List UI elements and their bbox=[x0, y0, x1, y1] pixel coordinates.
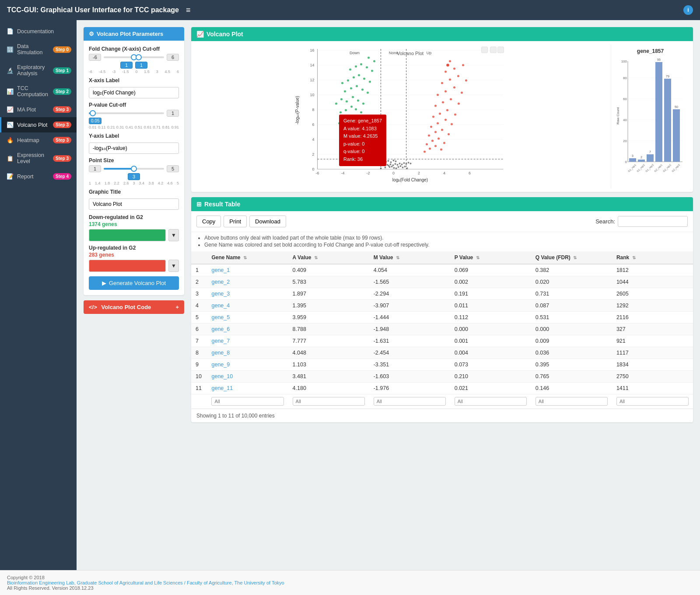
col-p-value[interactable]: P Value ⇅ bbox=[450, 251, 531, 264]
sidebar-item-tcc-computation[interactable]: 📊 TCC Computation Step 2 bbox=[0, 81, 77, 102]
point-size-range-row: 1 5 bbox=[89, 165, 179, 172]
point-size-slider[interactable] bbox=[104, 168, 164, 170]
svg-point-123 bbox=[368, 57, 370, 59]
filter-a-value[interactable] bbox=[293, 397, 365, 406]
app-footer: Copyright © 2018 Bioinformation Engineer… bbox=[0, 570, 700, 595]
bar-chart-container: gene_1857 0 20 40 60 80 bbox=[611, 45, 690, 188]
col-gene-name[interactable]: Gene Name ⇅ bbox=[207, 251, 288, 264]
point-size-min: 1 bbox=[89, 165, 101, 172]
svg-point-102 bbox=[352, 96, 354, 98]
down-color-dropdown[interactable]: ▼ bbox=[168, 229, 179, 241]
svg-point-51 bbox=[392, 164, 394, 166]
gene-link[interactable]: gene_3 bbox=[211, 291, 230, 297]
gene-link[interactable]: gene_2 bbox=[211, 279, 230, 285]
filter-gene-name[interactable] bbox=[211, 397, 284, 406]
volcano-svg-container[interactable]: 0 2 4 6 8 10 12 14 16 -6 -4 bbox=[195, 45, 611, 188]
y-axis-label-input[interactable] bbox=[89, 143, 179, 154]
down-regulated-label: Down-regulated in G2 bbox=[89, 214, 179, 220]
svg-point-113 bbox=[358, 74, 360, 77]
filter-rank[interactable] bbox=[616, 397, 689, 406]
svg-point-155 bbox=[465, 80, 467, 82]
code-section-header[interactable]: </> Volcano Plot Code + bbox=[84, 300, 184, 314]
gene-link[interactable]: gene_7 bbox=[211, 338, 230, 344]
content-area: ⚙ Volcano Plot Parameters Fold Change (X… bbox=[77, 20, 700, 570]
copy-button[interactable]: Copy bbox=[196, 216, 221, 227]
sidebar-label-ma-plot: MA Plot bbox=[17, 107, 49, 113]
gene-link[interactable]: gene_8 bbox=[211, 350, 230, 356]
info-icon[interactable]: i bbox=[683, 5, 693, 15]
app-title: TCC-GUI: Graphical User Interface for TC… bbox=[7, 6, 179, 14]
svg-point-59 bbox=[410, 163, 412, 164]
gene-link[interactable]: gene_9 bbox=[211, 362, 230, 368]
x-axis-label-input[interactable] bbox=[89, 87, 179, 98]
sidebar-label-tcc: TCC Computation bbox=[17, 85, 49, 97]
gene-link[interactable]: gene_10 bbox=[211, 373, 233, 379]
generate-volcano-button[interactable]: ▶ Generate Volcano Plot bbox=[89, 276, 179, 290]
fold-change-slider[interactable] bbox=[104, 56, 164, 58]
plus-icon: + bbox=[175, 304, 179, 310]
sidebar-item-volcano-plot[interactable]: 📉 Volcano Plot Step 3 bbox=[0, 117, 77, 132]
down-color-box[interactable] bbox=[89, 229, 166, 241]
svg-point-148 bbox=[437, 94, 439, 96]
gene-link[interactable]: gene_11 bbox=[211, 385, 233, 391]
svg-point-157 bbox=[453, 68, 455, 70]
print-button[interactable]: Print bbox=[224, 216, 247, 227]
svg-text:10: 10 bbox=[310, 93, 314, 97]
svg-point-43 bbox=[398, 166, 399, 168]
sidebar-label-exploratory: Exploratory Analysis bbox=[17, 64, 49, 77]
svg-rect-177 bbox=[629, 158, 636, 162]
svg-point-153 bbox=[449, 79, 451, 81]
sidebar-item-ma-plot[interactable]: 📈 MA Plot Step 3 bbox=[0, 102, 77, 117]
gene-link[interactable]: gene_1 bbox=[211, 267, 230, 273]
sidebar-item-data-simulation[interactable]: 🔢 Data Simulation Step 0 bbox=[0, 39, 77, 60]
volcano-plot-card: 📈 Volcano Plot bbox=[191, 27, 693, 192]
download-button[interactable]: Download bbox=[249, 216, 286, 227]
table-controls: Copy Print Download Search: bbox=[191, 211, 693, 232]
volcano-plot-body: 0 2 4 6 8 10 12 14 16 -6 -4 bbox=[191, 41, 693, 192]
sidebar-label-report: Report bbox=[17, 174, 49, 180]
col-num bbox=[191, 251, 207, 264]
p-value-slider[interactable] bbox=[89, 112, 164, 114]
svg-text:G1_rep1: G1_rep1 bbox=[627, 164, 637, 173]
gene-link[interactable]: gene_6 bbox=[211, 326, 230, 332]
point-size-max: 5 bbox=[167, 165, 179, 172]
footer-link[interactable]: Bioinformation Engineering Lab, Graduate… bbox=[7, 580, 284, 585]
svg-point-130 bbox=[438, 138, 440, 140]
gene-link[interactable]: gene_4 bbox=[211, 303, 230, 309]
table-footer: Showing 1 to 11 of 10,000 entries bbox=[191, 409, 693, 422]
svg-point-63 bbox=[393, 160, 395, 161]
line-chart-icon: 📈 bbox=[196, 31, 204, 38]
sidebar-item-exploratory-analysis[interactable]: 🔬 Exploratory Analysis Step 1 bbox=[0, 60, 77, 81]
up-color-box[interactable] bbox=[89, 260, 166, 272]
fold-change-val1: 1 bbox=[120, 62, 133, 69]
filter-q-value[interactable] bbox=[536, 397, 608, 406]
graphic-title-input[interactable] bbox=[89, 198, 179, 210]
svg-point-45 bbox=[402, 167, 404, 168]
up-regulated-label: Up-regulated in G2 bbox=[89, 245, 179, 251]
filter-m-value[interactable] bbox=[374, 397, 446, 406]
sidebar-item-documentation[interactable]: 📄 Documentation bbox=[0, 24, 77, 39]
filter-p-value[interactable] bbox=[455, 397, 527, 406]
col-m-value[interactable]: M Value ⇅ bbox=[369, 251, 450, 264]
sidebar-item-heatmap[interactable]: 🔥 Heatmap Step 3 bbox=[0, 132, 77, 148]
svg-point-56 bbox=[403, 162, 405, 164]
svg-text:14: 14 bbox=[310, 63, 314, 67]
col-a-value[interactable]: A Value ⇅ bbox=[288, 251, 369, 264]
svg-point-156 bbox=[444, 71, 447, 73]
doc-icon: 📄 bbox=[7, 28, 14, 35]
svg-point-46 bbox=[404, 166, 406, 167]
result-table-header: ⊞ Result Table bbox=[191, 197, 693, 211]
gene-link[interactable]: gene_5 bbox=[211, 314, 230, 320]
col-rank[interactable]: Rank ⇅ bbox=[612, 251, 693, 264]
menu-icon[interactable]: ≡ bbox=[186, 6, 191, 15]
svg-point-139 bbox=[451, 123, 453, 125]
col-q-value[interactable]: Q Value (FDR) ⇅ bbox=[531, 251, 612, 264]
point-size-label: Point Size bbox=[89, 157, 179, 164]
badge-step2: Step 2 bbox=[53, 88, 71, 95]
up-color-dropdown[interactable]: ▼ bbox=[168, 260, 179, 272]
result-data-table: Gene Name ⇅ A Value ⇅ M Value ⇅ P Value … bbox=[191, 251, 693, 409]
report-icon: 📝 bbox=[7, 173, 14, 180]
search-input[interactable] bbox=[618, 216, 688, 227]
sidebar-item-report[interactable]: 📝 Report Step 4 bbox=[0, 169, 77, 184]
sidebar-item-expression-level[interactable]: 📋 Expression Level Step 3 bbox=[0, 148, 77, 169]
